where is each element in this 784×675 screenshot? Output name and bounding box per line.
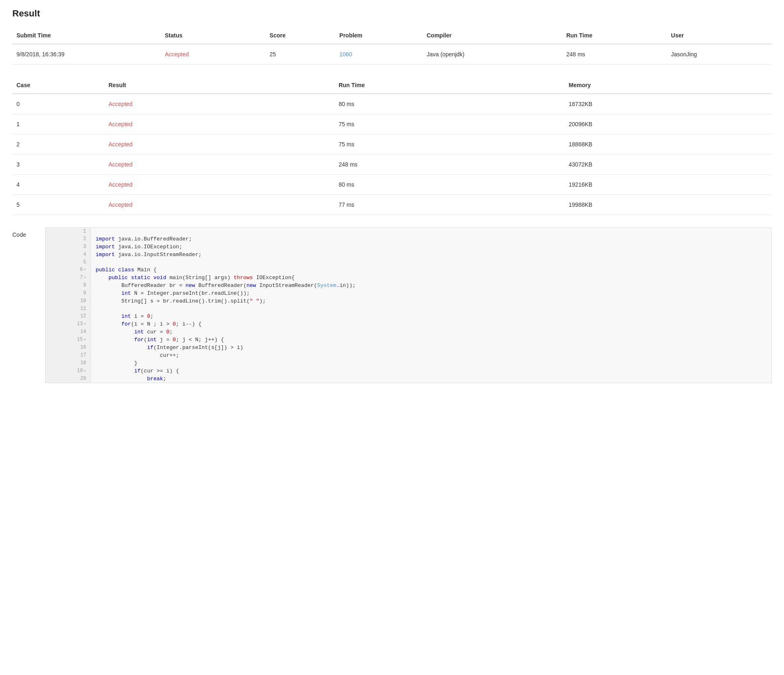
case-memory-cell: 19216KB [565,175,772,195]
code-line-9: 9 int N = Integer.parseInt(br.readLine()… [46,289,771,297]
case-result-cell: Accepted [104,94,334,114]
case-table: Case Result Run Time Memory 0 Accepted 8… [12,77,772,215]
case-row: 2 Accepted 75 ms 18868KB [12,134,772,155]
case-result-cell: Accepted [104,155,334,175]
code-line-8: 8 BufferedReader br = new BufferedReader… [46,282,771,289]
problem-cell: 1060 [335,44,422,65]
case-run-time-cell: 80 ms [334,175,564,195]
code-line-20: 20 break; [46,375,771,383]
case-memory-cell: 18868KB [565,134,772,155]
compiler-cell: Java (openjdk) [422,44,562,65]
code-line-7: 7▾ public static void main(String[] args… [46,274,771,282]
col-header-problem: Problem [335,27,422,44]
code-line-1: 1 [46,228,771,235]
code-line-11: 11 [46,305,771,312]
col-header-submit-time: Submit Time [12,27,161,44]
page-title: Result [12,8,772,19]
case-number-cell: 2 [12,134,104,155]
case-status-4: Accepted [109,181,132,188]
col-header-run-time: Run Time [334,77,564,94]
code-line-19: 19▾ if(cur >= i) { [46,367,771,375]
code-line-13: 13▾ for(i = N ; i > 0; i--) { [46,320,771,328]
case-number-cell: 3 [12,155,104,175]
status-accepted: Accepted [165,51,189,58]
col-header-score: Score [265,27,335,44]
col-header-case: Case [12,77,104,94]
result-row: 9/8/2018, 16:36:39 Accepted 25 1060 Java… [12,44,772,65]
code-line-5: 5 [46,259,771,266]
code-line-15: 15▾ for(int j = 0; j < N; j++) { [46,336,771,344]
code-container[interactable]: 1 2 import java.io.BufferedReader; 3 imp… [45,227,772,383]
code-section: Code 1 2 import java.io.BufferedReader; … [12,227,772,383]
col-header-result: Result [104,77,334,94]
user-cell: JasonJing [667,44,772,65]
case-memory-cell: 18732KB [565,94,772,114]
case-run-time-cell: 80 ms [334,94,564,114]
problem-link[interactable]: 1060 [339,51,352,58]
submit-time-cell: 9/8/2018, 16:36:39 [12,44,161,65]
col-header-status: Status [161,27,266,44]
result-table: Submit Time Status Score Problem Compile… [12,27,772,65]
case-run-time-cell: 75 ms [334,134,564,155]
code-line-3: 3 import java.io.IOException; [46,243,771,251]
case-status-5: Accepted [109,201,132,208]
code-line-10: 10 String[] s = br.readLine().trim().spl… [46,297,771,305]
code-line-14: 14 int cur = 0; [46,328,771,336]
case-memory-cell: 19988KB [565,195,772,215]
case-status-3: Accepted [109,161,132,168]
status-cell: Accepted [161,44,266,65]
case-status-1: Accepted [109,121,132,127]
code-line-2: 2 import java.io.BufferedReader; [46,235,771,243]
code-block: 1 2 import java.io.BufferedReader; 3 imp… [46,228,771,383]
case-run-time-cell: 248 ms [334,155,564,175]
case-number-cell: 4 [12,175,104,195]
code-line-12: 12 int i = 0; [46,312,771,320]
case-result-cell: Accepted [104,134,334,155]
case-status-0: Accepted [109,101,132,107]
run-time-cell: 248 ms [562,44,667,65]
case-status-2: Accepted [109,141,132,148]
code-label: Code [12,227,37,238]
case-run-time-cell: 77 ms [334,195,564,215]
code-line-6: 6▾ public class Main { [46,266,771,274]
col-header-run-time: Run Time [562,27,667,44]
case-result-cell: Accepted [104,195,334,215]
case-row: 1 Accepted 75 ms 20096KB [12,114,772,134]
code-line-18: 18 } [46,359,771,367]
case-number-cell: 5 [12,195,104,215]
col-header-memory: Memory [565,77,772,94]
case-row: 4 Accepted 80 ms 19216KB [12,175,772,195]
code-line-16: 16 if(Integer.parseInt(s[j]) > i) [46,344,771,351]
code-line-17: 17 cur++; [46,351,771,359]
case-run-time-cell: 75 ms [334,114,564,134]
code-line-4: 4 import java.io.InputStreamReader; [46,251,771,259]
col-header-user: User [667,27,772,44]
case-memory-cell: 43072KB [565,155,772,175]
case-result-cell: Accepted [104,175,334,195]
case-result-cell: Accepted [104,114,334,134]
case-row: 3 Accepted 248 ms 43072KB [12,155,772,175]
case-memory-cell: 20096KB [565,114,772,134]
score-cell: 25 [265,44,335,65]
col-header-compiler: Compiler [422,27,562,44]
case-row: 0 Accepted 80 ms 18732KB [12,94,772,114]
case-number-cell: 1 [12,114,104,134]
case-number-cell: 0 [12,94,104,114]
case-row: 5 Accepted 77 ms 19988KB [12,195,772,215]
